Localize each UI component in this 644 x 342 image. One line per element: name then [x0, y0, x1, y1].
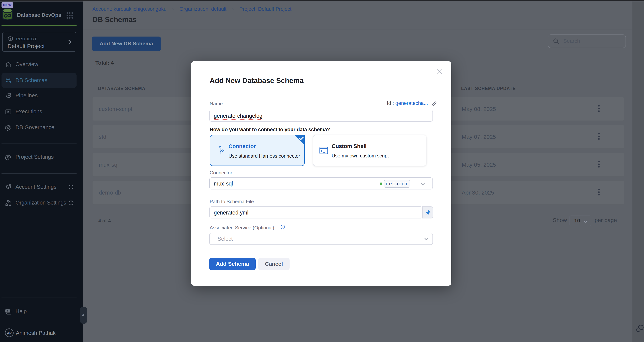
svg-text:?: ?: [7, 310, 8, 313]
